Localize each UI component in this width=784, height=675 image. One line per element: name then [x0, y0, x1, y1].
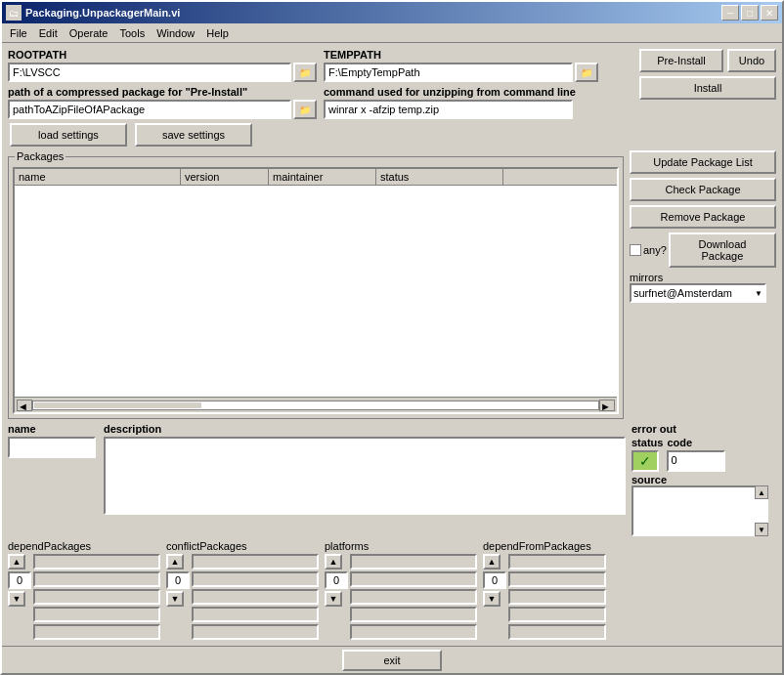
col-name: name [15, 169, 181, 185]
col-status: status [376, 169, 503, 185]
mirrors-label: mirrors [630, 272, 776, 283]
depend-index-value[interactable]: 0 [8, 571, 31, 589]
temppath-browse-button[interactable]: 📁 [575, 63, 598, 82]
source-scrollbar[interactable]: ▲ ▼ [755, 485, 768, 536]
error-status-indicator: ✓ [632, 450, 659, 472]
check-package-button[interactable]: Check Package [630, 178, 776, 201]
undo-button[interactable]: Undo [727, 49, 776, 72]
compress-path-label: path of a compressed package for "Pre-In… [8, 86, 318, 98]
pre-install-button[interactable]: Pre-Install [639, 49, 723, 72]
install-button[interactable]: Install [639, 76, 776, 100]
depend-cell-4 [33, 624, 160, 640]
mirrors-value: surfnet@Amsterdam [633, 287, 732, 299]
minimize-button[interactable]: ─ [721, 5, 739, 21]
source-scroll-down[interactable]: ▼ [755, 523, 768, 536]
menu-tools[interactable]: Tools [113, 25, 151, 41]
platforms-index-down[interactable]: ▼ [325, 591, 342, 607]
compress-browse-button[interactable]: 📁 [293, 100, 317, 119]
load-settings-button[interactable]: load settings [10, 123, 127, 147]
error-source-group: source ▲ ▼ [632, 474, 776, 536]
menu-edit[interactable]: Edit [33, 25, 64, 41]
col-version: version [181, 169, 269, 185]
depend-from-index-down[interactable]: ▼ [483, 591, 501, 607]
error-code-input: 0 [667, 450, 725, 472]
name-label: name [8, 423, 96, 435]
temppath-label: TEMPPATH [324, 49, 633, 61]
menu-bar: File Edit Operate Tools Window Help [2, 23, 782, 43]
depend-from-index-value[interactable]: 0 [483, 571, 506, 589]
depend-from-cell-2 [508, 589, 606, 605]
conflict-index-down[interactable]: ▼ [166, 591, 184, 607]
packages-table[interactable]: name version maintainer status ◄ ► [13, 167, 619, 414]
source-scroll-up[interactable]: ▲ [755, 485, 768, 499]
scroll-track[interactable] [32, 401, 599, 410]
exit-bar: exit [2, 646, 782, 673]
scroll-left-button[interactable]: ◄ [17, 400, 32, 411]
conflict-index-value[interactable]: 0 [166, 571, 190, 589]
any-checkbox-label: any? [643, 244, 667, 256]
depend-cells [33, 554, 160, 640]
right-panel: Update Package List Check Package Remove… [630, 150, 776, 419]
update-package-list-button[interactable]: Update Package List [630, 150, 776, 174]
conflict-cell-0 [192, 554, 319, 570]
rootpath-input[interactable] [8, 63, 291, 82]
name-input[interactable] [8, 437, 96, 458]
col-maintainer: maintainer [269, 169, 376, 185]
conflict-cell-3 [192, 607, 319, 622]
conflict-label: conflictPackages [166, 540, 319, 552]
conflict-cells [192, 554, 319, 640]
mirrors-select[interactable]: surfnet@Amsterdam ▼ [630, 283, 766, 303]
platforms-cell-4 [350, 624, 477, 640]
window-title: Packaging.UnpackagerMain.vi [25, 7, 721, 19]
main-window: 🗂 Packaging.UnpackagerMain.vi ─ □ ✕ File… [0, 0, 784, 675]
temppath-input[interactable] [324, 63, 573, 82]
depend-from-cell-0 [508, 554, 606, 570]
depend-from-label: dependFromPackages [483, 540, 606, 552]
menu-help[interactable]: Help [200, 25, 235, 41]
menu-operate[interactable]: Operate [64, 25, 114, 41]
error-out-section: error out status ✓ code 0 [632, 423, 776, 536]
title-bar-buttons: ─ □ ✕ [721, 5, 778, 21]
depend-index-up[interactable]: ▲ [8, 554, 25, 570]
unzip-label: command used for unzipping from command … [324, 86, 633, 98]
name-box: name [8, 423, 96, 536]
depend-from-index-up[interactable]: ▲ [483, 554, 501, 570]
platforms-index-up[interactable]: ▲ [325, 554, 342, 570]
rootpath-browse-button[interactable]: 📁 [293, 63, 317, 82]
conflict-cell-1 [192, 571, 319, 587]
download-package-button[interactable]: Download Package [669, 232, 776, 268]
table-header: name version maintainer status [15, 169, 617, 186]
platforms-cells [350, 554, 477, 640]
depend-index-down[interactable]: ▼ [8, 591, 25, 607]
error-code-value: 0 [671, 454, 676, 466]
table-body[interactable] [15, 186, 617, 397]
menu-window[interactable]: Window [151, 25, 200, 41]
platforms-cell-2 [350, 589, 477, 605]
desc-input[interactable] [104, 437, 626, 515]
error-code-label: code [667, 437, 725, 448]
maximize-button[interactable]: □ [741, 5, 759, 21]
conflict-index-controls: ▲ 0 ▼ [166, 554, 190, 640]
window-icon: 🗂 [6, 5, 22, 21]
remove-package-button[interactable]: Remove Package [630, 205, 776, 229]
platforms-index-value[interactable]: 0 [325, 571, 348, 589]
platforms-cell-3 [350, 607, 477, 622]
unzip-input[interactable] [324, 100, 573, 119]
exit-button[interactable]: exit [342, 650, 441, 671]
platforms-group: platforms ▲ 0 ▼ [325, 540, 477, 640]
conflict-index-up[interactable]: ▲ [166, 554, 184, 570]
save-settings-button[interactable]: save settings [135, 123, 252, 147]
error-status-label: status [632, 437, 663, 448]
desc-box: description [104, 423, 626, 536]
close-button[interactable]: ✕ [761, 5, 778, 21]
horizontal-scrollbar[interactable]: ◄ ► [15, 397, 617, 412]
rootpath-label: ROOTPATH [8, 49, 318, 61]
any-checkbox[interactable] [630, 244, 641, 256]
error-status-field: status ✓ [632, 437, 663, 472]
compress-path-input[interactable] [8, 100, 291, 119]
depend-cell-0 [33, 554, 160, 570]
depend-from-packages-group: dependFromPackages ▲ 0 ▼ [483, 540, 606, 640]
packages-panel: Packages name version maintainer status … [8, 150, 624, 419]
scroll-right-button[interactable]: ► [599, 400, 615, 411]
menu-file[interactable]: File [4, 25, 33, 41]
